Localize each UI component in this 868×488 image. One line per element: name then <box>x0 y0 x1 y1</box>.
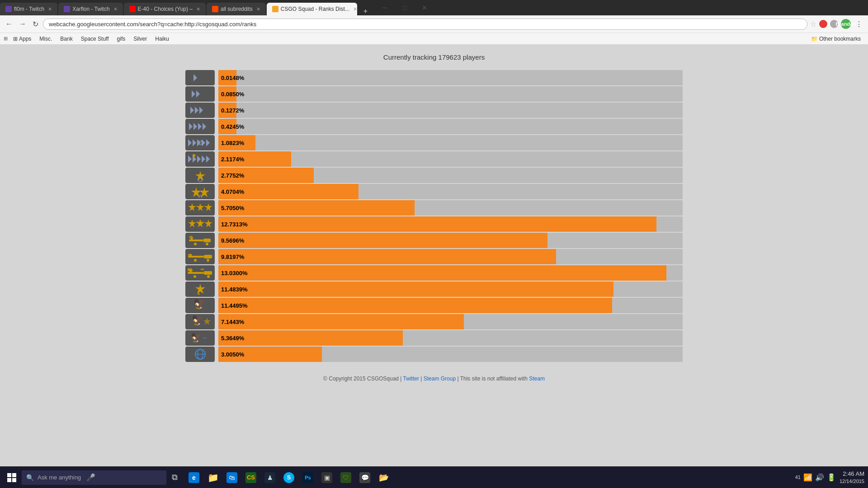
bookmark-misc[interactable]: Misc. <box>36 35 56 43</box>
svg-marker-11 <box>193 139 196 146</box>
rank-icon-11 <box>185 249 215 264</box>
taskbar-app11[interactable]: 📂 <box>375 469 393 487</box>
rank-bar: 0.0148% <box>218 70 236 85</box>
minimize-button[interactable]: ─ <box>375 0 395 15</box>
tab-close-3[interactable]: ✕ <box>196 6 200 12</box>
rank-bar: 9.5696% <box>218 233 547 248</box>
tab-close-5[interactable]: ✕ <box>353 6 357 12</box>
tab-close-1[interactable]: ✕ <box>48 6 52 12</box>
svg-point-43 <box>207 259 209 262</box>
rank-bar: 2.1174% <box>218 151 291 167</box>
rank-bar-container: 7.1443% <box>218 314 683 329</box>
taskbar: 🔍 Ask me anything 🎤 ⧉ e 📁 🛍 CS ♟ <box>0 466 868 488</box>
forward-button[interactable]: → <box>17 19 28 29</box>
taskbar-explorer[interactable]: 📁 <box>204 469 222 487</box>
rank-bar-container: 9.8197% <box>218 249 683 264</box>
svg-marker-32 <box>204 220 212 227</box>
taskbar-store[interactable]: 🛍 <box>223 469 241 487</box>
rank-row: 4.0704% <box>185 184 683 199</box>
bookmark-gifs[interactable]: gifs <box>113 35 129 43</box>
svg-text:~: ~ <box>203 334 207 342</box>
start-button[interactable] <box>4 469 20 486</box>
back-button[interactable]: ← <box>4 19 14 29</box>
rank-bar-container: 13.0300% <box>218 265 683 281</box>
system-tray: 41 📶 🔊 🔋 2:46 AM 12/14/2015 <box>795 470 864 485</box>
bookmark-apps[interactable]: ⊞ Apps <box>9 35 35 43</box>
svg-point-38 <box>194 243 197 245</box>
svg-text:🦅: 🦅 <box>193 299 206 310</box>
svg-marker-14 <box>206 139 210 146</box>
footer-steam-group[interactable]: Steam Group <box>424 375 456 382</box>
footer-twitter[interactable]: Twitter <box>403 375 419 382</box>
taskbar-app10[interactable]: 💬 <box>356 469 374 487</box>
bookmark-label-gifs: gifs <box>117 36 126 42</box>
svg-marker-27 <box>188 203 196 211</box>
bookmark-space[interactable]: Space Stuff <box>77 35 113 43</box>
maximize-button[interactable]: □ <box>395 0 415 15</box>
user-avatar[interactable]: Brandon <box>841 19 851 29</box>
rank-icon-12 <box>185 265 215 281</box>
svg-point-44 <box>194 259 197 262</box>
search-bar[interactable]: 🔍 Ask me anything 🎤 <box>22 470 166 485</box>
taskbar-skype[interactable]: S <box>280 469 298 487</box>
address-bar[interactable] <box>43 19 807 30</box>
rank-row: 0.0148% <box>185 70 683 85</box>
svg-rect-34 <box>189 239 203 241</box>
microphone-button[interactable]: 🎤 <box>86 473 95 482</box>
tab-label-4: all subreddits <box>221 6 253 12</box>
svg-marker-52 <box>200 268 204 270</box>
footer-steam[interactable]: Steam <box>529 375 545 382</box>
rank-bar: 1.0823% <box>218 135 255 150</box>
task-view-button[interactable]: ⧉ <box>168 473 181 482</box>
svg-marker-9 <box>203 123 206 130</box>
menu-button[interactable]: ⋮ <box>854 19 864 29</box>
rank-bar: 5.7050% <box>218 200 415 216</box>
tab-fl0m[interactable]: fl0m - Twitch ✕ <box>0 3 57 15</box>
close-button[interactable]: ✕ <box>415 0 434 15</box>
taskbar-app8[interactable]: ▣ <box>318 469 336 487</box>
bookmark-bank[interactable]: Bank <box>57 35 76 43</box>
browser-toolbar: ← → ↻ ☆ Brandon ⋮ <box>0 15 868 33</box>
taskbar-app9[interactable]: 🛡 <box>337 469 355 487</box>
rank-icon-2 <box>185 103 215 118</box>
system-clock[interactable]: 2:46 AM 12/14/2015 <box>840 470 864 485</box>
tab-label-3: E-40 - Choices (Yup) – <box>138 6 193 12</box>
rank-bar-container: 0.0148% <box>218 70 683 85</box>
bookmark-other[interactable]: 📁 Other bookmarks <box>807 35 864 43</box>
tray-icons: 41 📶 🔊 🔋 <box>795 473 836 482</box>
tab-close-2[interactable]: ✕ <box>113 6 118 12</box>
taskbar-edge[interactable]: e <box>185 469 203 487</box>
svg-marker-2 <box>196 90 200 98</box>
svg-marker-22 <box>195 171 205 181</box>
rank-bar: 3.0050% <box>218 347 322 362</box>
bookmark-haiku[interactable]: Haiku <box>151 35 173 43</box>
taskbar-photoshop[interactable]: Ps <box>299 469 317 487</box>
rank-row: 12.7313% <box>185 216 683 232</box>
taskbar-csgo[interactable]: CS <box>242 469 260 487</box>
svg-rect-40 <box>188 256 204 258</box>
tab-e40[interactable]: E-40 - Choices (Yup) – ✕ <box>124 3 206 15</box>
page-inner: Currently tracking 179623 players 0.0148… <box>185 53 683 386</box>
bookmark-star-icon[interactable]: ☆ <box>810 20 816 28</box>
tab-reddit[interactable]: all subreddits ✕ <box>207 3 266 15</box>
tab-favicon-2 <box>64 6 70 12</box>
tab-bar: fl0m - Twitch ✕ Xarflon - Twitch ✕ E-40 … <box>0 0 868 15</box>
rank-bar: 11.4839% <box>218 282 613 297</box>
bookmark-silver[interactable]: Silver <box>130 35 151 43</box>
volume-icon[interactable]: 🔊 <box>815 473 824 482</box>
refresh-button[interactable]: ↻ <box>31 19 40 29</box>
rank-bar-container: 4.0704% <box>218 184 683 199</box>
svg-marker-3 <box>190 107 194 114</box>
tab-close-4[interactable]: ✕ <box>256 6 260 12</box>
rank-bar-container: 5.3649% <box>218 330 683 346</box>
taskbar-steam[interactable]: ♟ <box>261 469 279 487</box>
tab-xarflon[interactable]: Xarflon - Twitch ✕ <box>58 3 123 15</box>
svg-marker-12 <box>197 139 201 146</box>
notification-count[interactable]: 41 <box>795 474 801 480</box>
csgo-app-icon: CS <box>245 472 256 483</box>
tab-csgo[interactable]: CSGO Squad - Ranks Dist... ✕ <box>267 3 357 15</box>
rank-bar-container: 11.4839% <box>218 282 683 297</box>
new-tab-button[interactable]: + <box>360 7 371 15</box>
rank-row: 5.7050% <box>185 200 683 216</box>
windows-logo-icon <box>7 473 16 482</box>
